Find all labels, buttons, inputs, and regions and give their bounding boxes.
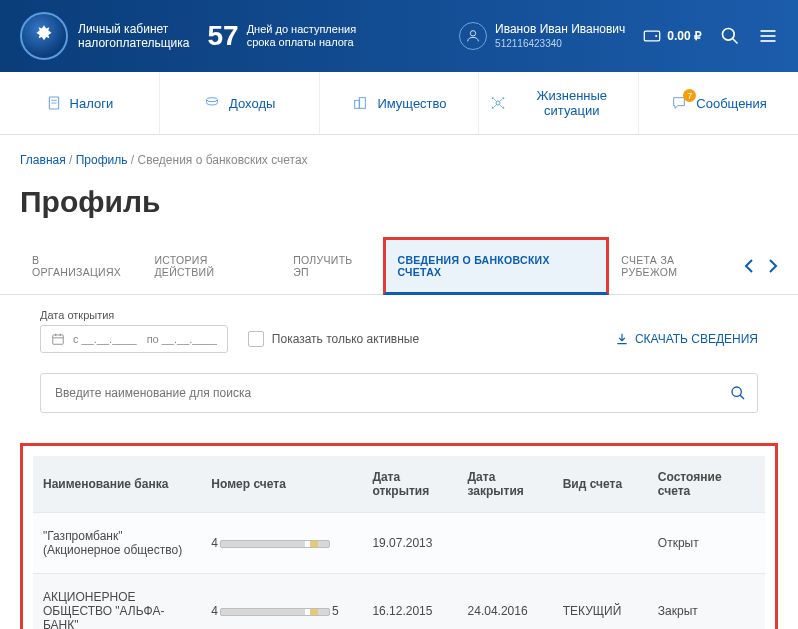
- table-header-row: Наименование банка Номер счета Дата откр…: [33, 456, 765, 513]
- svg-rect-13: [360, 98, 366, 109]
- svg-point-11: [207, 98, 218, 102]
- nav-taxes[interactable]: Налоги: [0, 72, 160, 134]
- masked-account-icon: [220, 540, 330, 548]
- checkbox-box: [248, 331, 264, 347]
- eagle-icon: [31, 23, 57, 49]
- svg-line-22: [500, 104, 503, 107]
- th-opened[interactable]: Дата открытия: [362, 456, 457, 513]
- breadcrumb-home[interactable]: Главная: [20, 153, 66, 167]
- nav-property[interactable]: Имущество: [320, 72, 480, 134]
- user-avatar-icon: [459, 22, 487, 50]
- cell-type: [553, 513, 648, 574]
- breadcrumb-current: Сведения о банковских счетах: [138, 153, 308, 167]
- svg-point-17: [492, 107, 494, 109]
- tab-scroll-right[interactable]: [768, 259, 778, 273]
- search-icon: [730, 385, 746, 401]
- days-caption: Дней до наступления срока оплаты налога: [247, 23, 356, 49]
- profile-tabs: В ОРГАНИЗАЦИЯХ ИСТОРИЯ ДЕЙСТВИЙ ПОЛУЧИТЬ…: [0, 237, 798, 295]
- tab-organizations[interactable]: В ОРГАНИЗАЦИЯХ: [20, 240, 142, 292]
- th-status[interactable]: Состояние счета: [648, 456, 765, 513]
- site-title: Личный кабинет налогоплательщика: [78, 22, 189, 51]
- search-wrap: [40, 373, 758, 413]
- svg-line-28: [740, 395, 744, 399]
- wallet-balance[interactable]: 0.00 ₽: [643, 29, 702, 43]
- cell-account: 45: [201, 574, 362, 630]
- breadcrumb: Главная / Профиль / Сведения о банковски…: [0, 135, 798, 175]
- tab-get-signature[interactable]: ПОЛУЧИТЬ ЭП: [281, 240, 382, 292]
- svg-rect-12: [355, 100, 360, 108]
- network-icon: [489, 95, 507, 111]
- chevron-left-icon: [744, 259, 754, 273]
- th-account[interactable]: Номер счета: [201, 456, 362, 513]
- user-info: Иванов Иван Иванович 512116423340: [495, 22, 625, 51]
- cell-status: Открыт: [648, 513, 765, 574]
- th-closed[interactable]: Дата закрытия: [458, 456, 553, 513]
- svg-point-15: [492, 97, 494, 99]
- download-button[interactable]: СКАЧАТЬ СВЕДЕНИЯ: [615, 332, 758, 346]
- accounts-table-wrap: Наименование банка Номер счета Дата откр…: [20, 443, 778, 629]
- svg-point-16: [503, 97, 505, 99]
- nav-life-situations[interactable]: Жизненные ситуации: [479, 72, 639, 134]
- user-id: 512116423340: [495, 37, 625, 50]
- days-number: 57: [207, 20, 238, 52]
- svg-rect-1: [645, 31, 660, 41]
- header-search-button[interactable]: [720, 26, 740, 46]
- cell-opened: 19.07.2013: [362, 513, 457, 574]
- accounts-table: Наименование банка Номер счета Дата откр…: [33, 456, 765, 629]
- messages-badge: 7: [683, 89, 696, 102]
- user-name: Иванов Иван Иванович: [495, 22, 625, 38]
- chat-icon: 7: [670, 95, 688, 111]
- tab-scroll-left[interactable]: [744, 259, 754, 273]
- cell-status: Закрыт: [648, 574, 765, 630]
- th-type[interactable]: Вид счета: [553, 456, 648, 513]
- chevron-right-icon: [768, 259, 778, 273]
- active-only-checkbox[interactable]: Показать только активные: [248, 331, 419, 347]
- svg-line-4: [733, 39, 738, 44]
- nav-income[interactable]: Доходы: [160, 72, 320, 134]
- svg-line-20: [500, 99, 503, 102]
- tab-foreign-accounts[interactable]: СЧЕТА ЗА РУБЕЖОМ: [609, 240, 744, 292]
- cell-bank: АКЦИОНЕРНОЕ ОБЩЕСТВО "АЛЬФА-БАНК": [33, 574, 201, 630]
- cell-bank: "Газпромбанк" (Акционерное общество): [33, 513, 201, 574]
- svg-line-19: [494, 99, 497, 102]
- svg-point-27: [732, 387, 741, 396]
- search-submit-button[interactable]: [730, 385, 746, 401]
- cell-closed: [458, 513, 553, 574]
- th-bank[interactable]: Наименование банка: [33, 456, 201, 513]
- receipt-icon: [46, 95, 62, 111]
- table-row[interactable]: "Газпромбанк" (Акционерное общество) 4 1…: [33, 513, 765, 574]
- header: Личный кабинет налогоплательщика 57 Дней…: [0, 0, 798, 72]
- svg-rect-23: [53, 335, 64, 344]
- page-title: Профиль: [0, 175, 798, 237]
- date-range-input[interactable]: с __.__.____ по __.__.____: [40, 325, 228, 353]
- nav-messages[interactable]: 7 Сообщения: [639, 72, 798, 134]
- logo-emblem: [20, 12, 68, 60]
- table-row[interactable]: АКЦИОНЕРНОЕ ОБЩЕСТВО "АЛЬФА-БАНК" 45 16.…: [33, 574, 765, 630]
- person-icon: [465, 28, 481, 44]
- header-menu-button[interactable]: [758, 26, 778, 46]
- breadcrumb-profile[interactable]: Профиль: [76, 153, 128, 167]
- svg-point-18: [503, 107, 505, 109]
- date-filter-label: Дата открытия: [40, 309, 758, 321]
- tab-scroll-arrows: [744, 259, 778, 273]
- tab-history[interactable]: ИСТОРИЯ ДЕЙСТВИЙ: [142, 240, 281, 292]
- main-nav: Налоги Доходы Имущество Жизненные ситуац…: [0, 72, 798, 135]
- svg-point-0: [470, 31, 475, 36]
- calendar-icon: [51, 332, 65, 346]
- search-input[interactable]: [40, 373, 758, 413]
- masked-account-icon: [220, 608, 330, 616]
- filter-section: Дата открытия с __.__.____ по __.__.____…: [0, 295, 798, 363]
- wallet-icon: [643, 29, 661, 43]
- svg-point-3: [723, 29, 735, 41]
- logo-block[interactable]: Личный кабинет налогоплательщика: [20, 12, 189, 60]
- cell-closed: 24.04.2016: [458, 574, 553, 630]
- coins-icon: [203, 95, 221, 111]
- cell-account: 4: [201, 513, 362, 574]
- user-block[interactable]: Иванов Иван Иванович 512116423340: [459, 22, 625, 51]
- tab-bank-accounts[interactable]: СВЕДЕНИЯ О БАНКОВСКИХ СЧЕТАХ: [383, 237, 610, 295]
- cell-type: ТЕКУЩИЙ: [553, 574, 648, 630]
- svg-point-2: [655, 35, 657, 37]
- hamburger-icon: [758, 26, 778, 46]
- days-counter: 57 Дней до наступления срока оплаты нало…: [207, 20, 356, 52]
- building-icon: [351, 95, 369, 111]
